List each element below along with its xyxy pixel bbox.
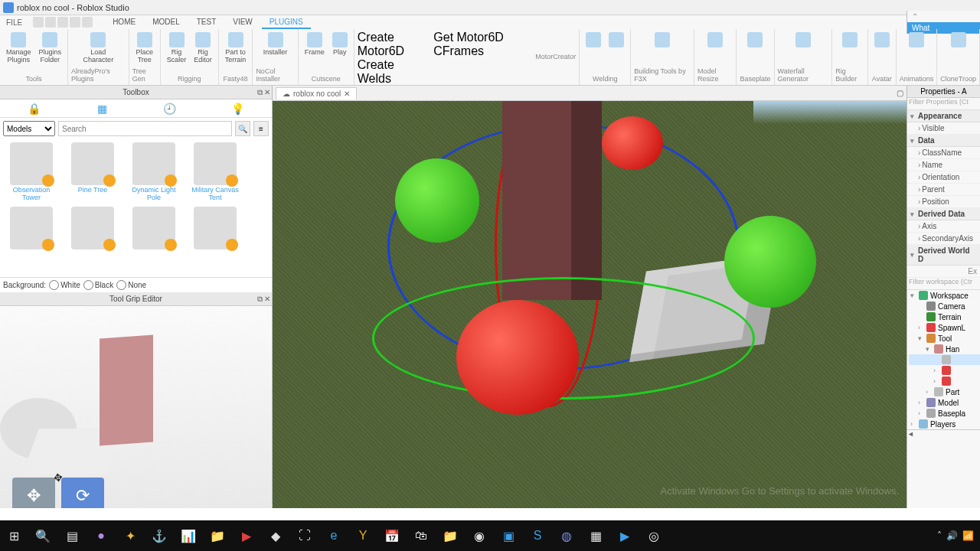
ribbon-tab-view[interactable]: VIEW: [225, 16, 260, 29]
taskbar-app[interactable]: ●: [90, 525, 112, 546]
explorer-node[interactable]: ▾Workspace: [909, 290, 980, 301]
scroll-left-icon[interactable]: ◄: [907, 430, 914, 439]
ribbon-button[interactable]: LoadCharacter: [80, 31, 117, 66]
start-button[interactable]: ⊞: [3, 525, 24, 546]
scene-tab[interactable]: ☁ roblox no cool ✕: [276, 87, 357, 99]
toolbox-item[interactable]: Military Canvas Tent: [187, 142, 243, 202]
category-select[interactable]: Models: [3, 121, 55, 136]
taskbar-app[interactable]: ⛶: [294, 525, 315, 546]
handle-sphere[interactable]: [602, 116, 663, 170]
ribbon-button[interactable]: [948, 31, 969, 51]
taskbar-app[interactable]: ✦: [119, 525, 141, 546]
toolbox-item[interactable]: Dynamic Light Pole: [126, 142, 182, 202]
ribbon-button[interactable]: [744, 31, 766, 51]
ribbon-button[interactable]: PlaceTree: [132, 31, 156, 66]
ribbon-tab-test[interactable]: TEST: [189, 16, 224, 29]
maximize-icon[interactable]: ▢: [893, 89, 906, 97]
explorer-node[interactable]: ›: [909, 365, 980, 376]
expand-icon[interactable]: ▾: [918, 334, 924, 342]
qat-icon[interactable]: [33, 17, 44, 28]
explorer-node[interactable]: ›SpawnL: [909, 322, 980, 333]
tray-expand-icon[interactable]: ˄: [937, 530, 942, 541]
volume-icon[interactable]: 🔊: [946, 530, 958, 541]
toolbox-item[interactable]: Pine Tree: [64, 142, 121, 202]
property-row[interactable]: Parent: [907, 184, 980, 196]
property-section[interactable]: ▾Appearance: [907, 110, 980, 122]
ribbon-button[interactable]: PluginsFolder: [36, 31, 65, 66]
ribbon-action[interactable]: Create Motor6D: [358, 31, 430, 58]
explorer-node[interactable]: ›Part: [909, 386, 980, 397]
explorer-node[interactable]: ›Basepla: [909, 408, 980, 419]
ribbon-action[interactable]: Create Welds: [358, 58, 430, 86]
ribbon-button[interactable]: Play: [329, 31, 351, 58]
expand-icon[interactable]: ›: [918, 409, 924, 417]
tab-ideas-icon[interactable]: 💡: [204, 99, 272, 117]
ribbon-button[interactable]: RigScaler: [164, 31, 190, 66]
expand-icon[interactable]: ▾: [910, 292, 916, 299]
toolgrip-viewport[interactable]: ✥ ⟳ ✥: [0, 306, 272, 520]
taskbar-app[interactable]: 📊: [178, 525, 199, 546]
taskbar-app[interactable]: ▶: [614, 525, 635, 546]
bg-none[interactable]: None: [116, 280, 146, 290]
file-menu[interactable]: FILE: [0, 17, 28, 28]
handle-sphere[interactable]: [724, 216, 816, 308]
search-button[interactable]: 🔍: [235, 121, 250, 136]
ribbon-button[interactable]: [583, 31, 604, 51]
taskbar-app[interactable]: 📅: [381, 525, 403, 546]
ribbon-button[interactable]: Frame: [302, 31, 328, 58]
property-row[interactable]: Visible: [907, 122, 980, 135]
taskbar-app[interactable]: 📁: [207, 525, 228, 546]
properties-filter[interactable]: Filter Properties (Ct: [907, 98, 980, 110]
discord-icon[interactable]: ◍: [556, 525, 577, 546]
ribbon-tab-plugins[interactable]: PLUGINS: [262, 16, 311, 29]
search-icon[interactable]: 🔍: [32, 525, 54, 546]
toolbox-item[interactable]: [64, 207, 121, 251]
ribbon-button[interactable]: [906, 31, 927, 51]
explorer-icon[interactable]: 📁: [439, 525, 461, 546]
explorer-node[interactable]: ›Players: [909, 419, 980, 429]
bg-black[interactable]: Black: [83, 280, 113, 290]
chrome-icon[interactable]: ◉: [469, 525, 490, 546]
collapse-ribbon-icon[interactable]: ⌃: [907, 11, 980, 22]
ribbon-tab-home[interactable]: HOME: [105, 16, 143, 29]
undock-icon[interactable]: ⧉: [257, 295, 263, 304]
close-icon[interactable]: ✕: [264, 295, 270, 304]
expand-icon[interactable]: ›: [918, 399, 924, 406]
property-row[interactable]: Axis: [907, 220, 980, 233]
ribbon-button[interactable]: [871, 31, 893, 51]
filter-button[interactable]: ≡: [253, 121, 269, 136]
property-row[interactable]: Name: [907, 159, 980, 171]
property-section[interactable]: ▾Derived Data: [907, 208, 980, 220]
search-input[interactable]: [58, 121, 232, 136]
ribbon-button[interactable]: [839, 31, 861, 51]
skype-icon[interactable]: S: [527, 525, 548, 546]
task-view-icon[interactable]: ▤: [61, 525, 83, 546]
ribbon-button[interactable]: RigEditor: [191, 31, 215, 66]
handle-sphere[interactable]: [395, 158, 479, 243]
toolbox-item[interactable]: [187, 207, 243, 251]
ribbon-button[interactable]: [792, 31, 814, 51]
explorer-node[interactable]: ▾Tool: [909, 333, 980, 344]
ribbon-button[interactable]: [704, 31, 726, 51]
ribbon-button[interactable]: Part toTerrain: [222, 31, 250, 66]
explorer-node[interactable]: [909, 354, 980, 365]
ribbon-tab-model[interactable]: MODEL: [145, 16, 188, 29]
tab-inventory-icon[interactable]: 🔒: [0, 99, 68, 117]
expand-icon[interactable]: ›: [933, 367, 939, 374]
qat-icon[interactable]: [57, 17, 68, 28]
explorer-filter[interactable]: Filter workspace (Ctr: [907, 278, 980, 290]
store-icon[interactable]: 🛍: [410, 525, 432, 546]
explorer-node[interactable]: ›: [909, 376, 980, 386]
toolbox-item[interactable]: Observation Tower: [3, 142, 60, 202]
property-row[interactable]: ClassName: [907, 147, 980, 159]
taskbar-app[interactable]: ▶: [236, 525, 257, 546]
toolbox-item[interactable]: [126, 207, 182, 251]
explorer-node[interactable]: Terrain: [909, 311, 980, 322]
explorer-node[interactable]: Camera: [909, 301, 980, 311]
edge-icon[interactable]: e: [323, 525, 345, 546]
close-tab-icon[interactable]: ✕: [344, 90, 350, 98]
property-section[interactable]: ▾Derived World D: [907, 245, 980, 266]
ribbon-button[interactable]: Installer: [260, 31, 291, 58]
taskbar-app[interactable]: ▦: [585, 525, 606, 546]
part-handle[interactable]: [502, 101, 602, 300]
